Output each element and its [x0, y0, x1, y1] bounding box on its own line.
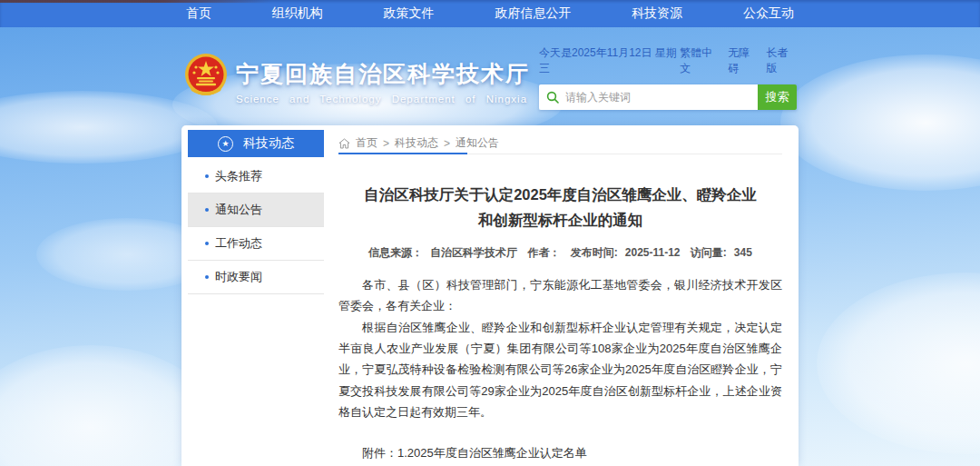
- breadcrumb: 首页 > 科技动态 > 通知公告: [338, 133, 782, 154]
- search-button[interactable]: 搜索: [758, 84, 797, 110]
- sidebar-title: 科技动态: [243, 135, 294, 152]
- sidebar: ★ 科技动态 头条推荐 通知公告 工作动态 时政要闻: [188, 130, 324, 466]
- window-edge: [0, 0, 272, 3]
- nav-item-public-interaction[interactable]: 公众互动: [734, 5, 803, 22]
- bullet-dot: [205, 242, 209, 245]
- circular-star-icon: ★: [218, 136, 233, 152]
- nav-item-sci-tech-resources[interactable]: 科技资源: [622, 5, 691, 22]
- bullet-dot: [205, 208, 209, 212]
- meta-views-label: 访问量:: [691, 246, 727, 259]
- bullet-dot: [205, 275, 209, 279]
- sidebar-item-headline-recommend[interactable]: 头条推荐: [188, 160, 324, 193]
- link-traditional-chinese[interactable]: 繁體中文: [680, 45, 720, 76]
- current-date-text: 今天是2025年11月12日 星期三: [539, 45, 680, 76]
- meta-source-label: 信息来源：: [368, 246, 423, 259]
- nav-item-policy-documents[interactable]: 政策文件: [375, 5, 444, 22]
- meta-views: 345: [734, 246, 752, 259]
- nav-item-organization[interactable]: 组织机构: [263, 5, 332, 22]
- article-meta: 信息来源：自治区科学技术厅 作者： 发布时间:2025-11-12 访问量:34…: [338, 245, 782, 261]
- top-navigation-bar: 首页 组织机构 政策文件 政府信息公开 科技资源 公众互动: [0, 0, 980, 27]
- content-card: ★ 科技动态 头条推荐 通知公告 工作动态 时政要闻: [181, 125, 799, 466]
- meta-time-label: 发布时间:: [571, 246, 618, 259]
- article-title: 自治区科技厅关于认定2025年度自治区雏鹰企业、瞪羚企业 和创新型标杆企业的通知: [338, 182, 782, 233]
- header-utilities: 今天是2025年11月12日 星期三 繁體中文 无障碍 长者版 搜索: [539, 45, 797, 110]
- sidebar-item-label: 工作动态: [215, 235, 262, 252]
- national-emblem-icon: [184, 52, 228, 102]
- breadcrumb-notices[interactable]: 通知公告: [456, 135, 499, 151]
- article-title-line1: 自治区科技厅关于认定2025年度自治区雏鹰企业、瞪羚企业: [338, 182, 782, 207]
- home-icon: [338, 138, 350, 149]
- breadcrumb-sci-tech-news[interactable]: 科技动态: [395, 135, 438, 151]
- sidebar-item-current-affairs[interactable]: 时政要闻: [188, 261, 324, 294]
- site-title: 宁夏回族自治区科学技术厅: [236, 59, 530, 89]
- attachments-block: 附件： 1.2025年度自治区雏鹰企业认定名单 2.2025年度自治区瞪羚企业认…: [338, 442, 782, 466]
- breadcrumb-home[interactable]: 首页: [356, 135, 377, 151]
- sidebar-item-label: 时政要闻: [215, 269, 262, 285]
- nav-item-gov-info-disclosure[interactable]: 政府信息公开: [485, 5, 580, 22]
- meta-source: 自治区科学技术厅: [430, 246, 517, 259]
- article-paragraph: 各市、县（区）科技管理部门，宁东能源化工基地管委会，银川经济技术开发区管委会，各…: [338, 274, 782, 317]
- breadcrumb-separator: >: [383, 137, 389, 150]
- search-box: [539, 84, 758, 110]
- search-icon: [546, 91, 559, 104]
- cloud-decoration: [780, 55, 980, 191]
- breadcrumb-separator: >: [444, 137, 450, 150]
- sidebar-item-label: 头条推荐: [215, 168, 262, 184]
- sidebar-header-sci-tech-news[interactable]: ★ 科技动态: [188, 130, 324, 157]
- cloud-decoration: [817, 273, 980, 454]
- article-paragraph: 根据自治区雏鹰企业、瞪羚企业和创新型标杆企业认定管理有关规定，决定认定半亩良人农…: [338, 317, 782, 423]
- breadcrumb-active-underline: [338, 153, 467, 154]
- article-body: 各市、县（区）科技管理部门，宁东能源化工基地管委会，银川经济技术开发区管委会，各…: [338, 274, 782, 423]
- bullet-dot: [205, 174, 209, 178]
- sidebar-item-work-updates[interactable]: 工作动态: [188, 227, 324, 261]
- link-elder-version[interactable]: 长者版: [766, 45, 797, 76]
- site-logo[interactable]: 宁夏回族自治区科学技术厅 Science and Technology Depa…: [184, 52, 530, 104]
- nav-item-home[interactable]: 首页: [177, 5, 220, 22]
- article-area: 首页 > 科技动态 > 通知公告 自治区科技厅关于认定2025年度自治区雏鹰企业…: [324, 125, 799, 466]
- sidebar-item-label: 通知公告: [215, 202, 262, 218]
- meta-author-label: 作者：: [527, 246, 560, 259]
- attachments-label: 附件：: [362, 442, 397, 466]
- article-title-line2: 和创新型标杆企业的通知: [338, 207, 782, 233]
- site-subtitle: Science and Technology Department of Nin…: [236, 94, 530, 104]
- meta-time: 2025-11-12: [625, 246, 681, 259]
- search-input[interactable]: [565, 91, 750, 104]
- link-accessibility[interactable]: 无障碍: [728, 45, 759, 76]
- attachment-link-eagle-list[interactable]: 1.2025年度自治区雏鹰企业认定名单: [397, 442, 622, 464]
- sidebar-item-notices[interactable]: 通知公告: [188, 193, 324, 227]
